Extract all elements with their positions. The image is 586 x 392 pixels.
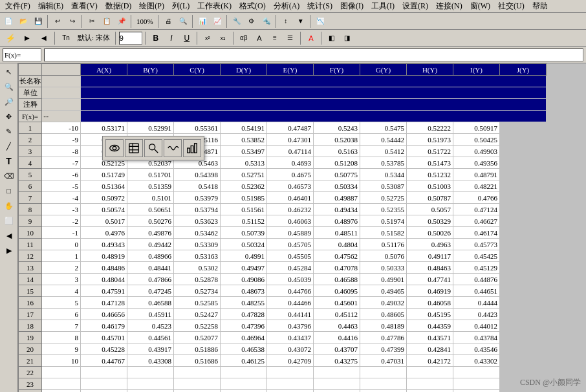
data-cell[interactable]: 0.46573 [267, 180, 314, 192]
data-cell[interactable]: 0.43796 [267, 320, 314, 332]
data-cell[interactable]: 0.48511 [314, 227, 360, 239]
menu-format[interactable]: 格式(O) [235, 0, 270, 12]
data-cell[interactable]: 0.48605 [360, 309, 407, 320]
data-cell[interactable]: 0.52991 [127, 122, 174, 134]
menu-file[interactable]: 文件(F) [1, 0, 34, 12]
data-cell[interactable]: 0.46095 [314, 285, 360, 297]
bold-btn[interactable]: B [149, 31, 163, 45]
data-cell[interactable]: 0.54191 [221, 122, 267, 134]
data-cell[interactable]: 0.47245 [127, 285, 174, 297]
data-cell[interactable]: 0.4976 [81, 227, 127, 239]
data-cell[interactable]: 0.50329 [407, 215, 453, 227]
data-cell[interactable]: 0.45601 [314, 297, 360, 309]
data-cell[interactable]: 0.45112 [314, 309, 360, 320]
zoom-out-btn[interactable]: 🔎 [2, 94, 16, 109]
data-cell[interactable]: 0.4463 [314, 320, 360, 332]
data-cell[interactable]: 0.47124 [453, 204, 500, 215]
data-cell[interactable]: 0.46919 [407, 285, 453, 297]
hand-btn[interactable]: ✋ [2, 199, 16, 213]
arrow-right-btn[interactable]: ▶ [2, 243, 16, 257]
data-cell[interactable]: 0.5313 [221, 157, 267, 169]
data-cell[interactable]: 0.45505 [267, 250, 314, 262]
col-header-f[interactable]: F(Y) [314, 64, 360, 76]
data-cell[interactable]: 0.44141 [267, 309, 314, 320]
data-cell[interactable]: 0.46964 [221, 332, 267, 343]
data-cell[interactable]: 0.49343 [81, 239, 127, 250]
data-cell[interactable]: 3 [42, 274, 81, 285]
data-cell[interactable]: 0.45228 [81, 343, 127, 355]
data-cell[interactable]: 0.43571 [407, 332, 453, 343]
graph-btn[interactable]: 📊 [195, 14, 210, 28]
data-cell[interactable]: 0.49117 [407, 250, 453, 262]
data-cell[interactable]: 0.52751 [221, 169, 267, 180]
spreadsheet-wrap[interactable]: A(X) B(Y) C(Y) D(Y) E(Y) F(Y) G(Y) H(Y) … [18, 63, 547, 392]
data-cell[interactable]: 0.44466 [267, 297, 314, 309]
col-header-g[interactable]: G(Y) [360, 64, 407, 76]
data-cell[interactable]: 0.47828 [221, 309, 267, 320]
align-center-btn[interactable]: ☰ [283, 31, 298, 45]
empty-cell[interactable] [174, 390, 221, 393]
data-cell[interactable]: 0.47786 [360, 332, 407, 343]
underline-btn[interactable]: U [180, 31, 194, 45]
empty-cell[interactable] [81, 378, 127, 390]
empty-cell[interactable] [127, 378, 174, 390]
data-cell[interactable]: 0.45773 [453, 239, 500, 250]
data-cell[interactable]: 7 [42, 320, 81, 332]
data-cell[interactable]: 0.5017 [81, 215, 127, 227]
data-cell[interactable]: 0.4675 [267, 169, 314, 180]
data-cell[interactable]: 0.53497 [221, 146, 267, 157]
data-cell[interactable]: 0.50334 [314, 180, 360, 192]
data-cell[interactable]: 0.51473 [407, 157, 453, 169]
data-cell[interactable]: 0.52427 [174, 309, 221, 320]
empty-cell[interactable] [267, 367, 314, 378]
data-cell[interactable]: 0.4693 [267, 157, 314, 169]
col-header-a[interactable]: A(X) [81, 64, 127, 76]
data-cell[interactable]: 9 [42, 343, 81, 355]
data-cell[interactable]: 0.52878 [174, 274, 221, 285]
text-btn[interactable]: T [2, 154, 16, 168]
data-cell[interactable]: 0.4963 [407, 239, 453, 250]
col-header-c[interactable]: C(Y) [174, 64, 221, 76]
empty-cell[interactable] [453, 390, 500, 393]
empty-cell[interactable] [407, 390, 453, 393]
data-cell[interactable]: 0.43546 [453, 343, 500, 355]
data-cell[interactable]: 0.51886 [174, 343, 221, 355]
data-cell[interactable]: 0.50324 [221, 239, 267, 250]
data-cell[interactable]: 0.4804 [314, 239, 360, 250]
data-cell[interactable]: 0.51582 [360, 227, 407, 239]
meta-label-1[interactable] [42, 76, 81, 87]
empty-cell[interactable] [407, 367, 453, 378]
data-cell[interactable]: 0.51701 [127, 169, 174, 180]
cut-btn[interactable]: ✂ [85, 14, 99, 28]
data-cell[interactable]: 0.51208 [314, 157, 360, 169]
col-header-j[interactable]: J(Y) [500, 64, 547, 76]
col-header-d[interactable]: D(Y) [221, 64, 267, 76]
data-cell[interactable]: 5 [42, 297, 81, 309]
data-cell[interactable]: 0.51152 [221, 215, 267, 227]
data-cell[interactable]: 0.4423 [453, 309, 500, 320]
data-cell[interactable]: 0.49901 [360, 274, 407, 285]
menu-window[interactable]: 窗(W) [466, 0, 494, 12]
data-cell[interactable]: 0.53171 [81, 122, 127, 134]
data-cell[interactable]: 0.46588 [127, 297, 174, 309]
pan-btn[interactable]: ✥ [2, 109, 16, 124]
format-btn1[interactable]: ⚡ [3, 31, 18, 45]
data-cell[interactable]: 0.46538 [221, 343, 267, 355]
data-cell[interactable]: 0.50425 [453, 134, 500, 146]
data-cell[interactable]: 0.5475 [360, 122, 407, 134]
data-cell[interactable]: 0.47396 [221, 320, 267, 332]
data-cell[interactable]: 0.51003 [407, 180, 453, 192]
data-cell[interactable]: 0.49876 [127, 227, 174, 239]
data-cell[interactable]: 0.52077 [174, 332, 221, 343]
empty-cell[interactable] [314, 378, 360, 390]
data-cell[interactable]: -10 [42, 122, 81, 134]
data-cell[interactable]: 0 [42, 239, 81, 250]
italic-btn[interactable]: I [164, 31, 179, 45]
menu-edit[interactable]: 编辑(E) [34, 0, 67, 12]
data-cell[interactable]: 0.47031 [360, 355, 407, 367]
select-btn[interactable]: ↖ [2, 65, 16, 79]
meta-label-4[interactable]: ··· [42, 111, 81, 122]
data-cell[interactable]: 0.53462 [174, 227, 221, 239]
data-cell[interactable]: 0.45195 [407, 309, 453, 320]
tool1-btn[interactable]: 🔧 [230, 14, 244, 28]
